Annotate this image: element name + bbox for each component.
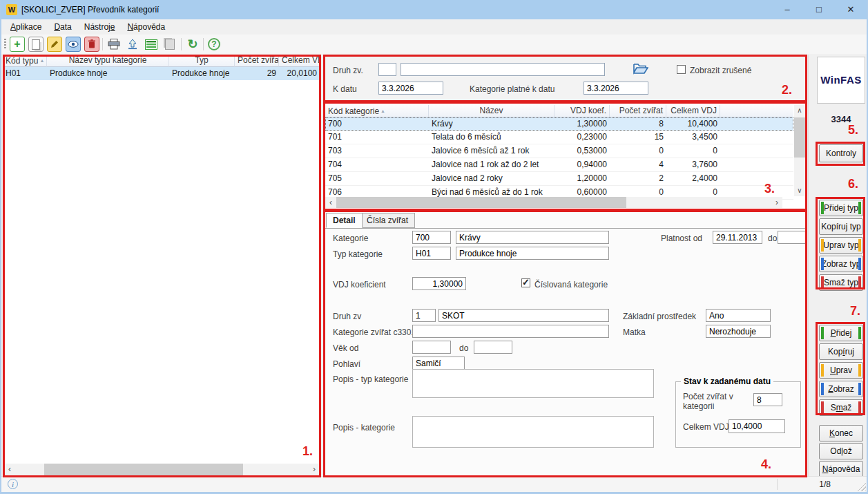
druh-name-input[interactable] [401, 63, 605, 76]
column-header-pocet-zvirat[interactable]: Počet zvířat [610, 105, 666, 117]
kategorie-code-input[interactable] [412, 231, 451, 244]
print-icon[interactable] [106, 37, 122, 52]
vdj-koeficient-input[interactable] [412, 277, 466, 290]
kontroly-button[interactable]: Kontroly [819, 144, 863, 162]
toolbar-grip [4, 39, 6, 50]
pridej-button[interactable]: Přidej [819, 325, 863, 341]
close-button[interactable]: ✕ [835, 0, 867, 19]
scroll-up-icon[interactable]: ∧ [794, 105, 805, 116]
menu-nastroje[interactable]: Nástroje [78, 20, 122, 34]
vek-od-input[interactable] [412, 341, 451, 354]
column-header-kod-kategorie[interactable]: Kód kategorie▲ [325, 105, 429, 117]
paste-icon[interactable] [162, 37, 177, 52]
menu-napoveda[interactable]: Nápověda [121, 20, 171, 34]
napoveda-button[interactable]: Nápověda [819, 461, 863, 477]
zobraz-typ-button[interactable]: Zobraz typ [819, 256, 863, 272]
table-row[interactable]: 701 Telata do 6 měsíců 0,23000 15 3,4500 [325, 131, 793, 144]
column-header-pocet-zvirat[interactable]: Počet zvířat [235, 55, 279, 67]
statusbar-separator [777, 479, 778, 490]
uprav-button[interactable]: Uprav [819, 362, 863, 379]
edit-icon[interactable] [47, 37, 62, 52]
vek-do-input[interactable] [474, 341, 512, 354]
table-row[interactable]: 700 Krávy 1,30000 8 10,4000 [325, 117, 793, 131]
kategorie-zvirat-input[interactable] [412, 325, 609, 338]
zakladni-prostredek-input[interactable] [706, 309, 771, 322]
scroll-right-icon[interactable]: › [771, 197, 782, 208]
k-datu-input[interactable] [378, 82, 443, 95]
druh-code-input[interactable] [378, 63, 396, 76]
table-row[interactable]: 703 Jalovice 6 měsíců až 1 rok 0,53000 0… [325, 144, 793, 158]
scrollbar-thumb[interactable] [336, 197, 626, 208]
zobrazit-zrusene-checkbox[interactable] [677, 65, 686, 74]
toolbar-separator [102, 38, 103, 50]
column-header-typ[interactable]: Typ [169, 55, 235, 67]
resize-grip[interactable] [857, 482, 866, 491]
table-row[interactable]: H01 Produkce hnoje Produkce hnoje 29 20,… [3, 67, 321, 80]
minimize-button[interactable]: – [771, 0, 803, 19]
scroll-left-icon[interactable]: ‹ [4, 464, 15, 475]
platnost-od-input[interactable] [713, 231, 762, 244]
menu-aplikace[interactable]: Aplikace [4, 20, 48, 34]
pohlavi-input[interactable] [412, 357, 465, 370]
horizontal-scrollbar[interactable]: ‹ › [4, 464, 320, 475]
kategorie-platne-input[interactable] [584, 82, 648, 95]
sort-asc-icon: ▲ [39, 58, 44, 63]
info-icon[interactable]: i [8, 479, 18, 489]
tab-cisla-zvirat[interactable]: Čísla zvířat [360, 213, 415, 228]
column-header-vdj-koef[interactable]: VDJ koef. [554, 105, 610, 117]
add-icon[interactable]: + [10, 37, 25, 52]
matka-label: Matka [623, 327, 646, 337]
help-icon[interactable]: ? [206, 37, 222, 52]
delete-icon[interactable] [84, 37, 99, 52]
scrollbar-thumb[interactable] [794, 117, 805, 158]
view-icon[interactable] [66, 37, 81, 52]
refresh-icon[interactable]: ↻ [185, 37, 200, 52]
odloz-button[interactable]: Odlož [819, 443, 863, 459]
typ-kategorie-code-input[interactable] [412, 247, 451, 260]
matka-input[interactable] [706, 325, 771, 338]
druh-zv-name-input[interactable] [438, 309, 609, 322]
menu-data[interactable]: Data [48, 20, 77, 34]
table-row[interactable]: 704 Jalovice nad 1 rok až do 2 let 0,940… [325, 158, 793, 172]
export-icon[interactable] [125, 37, 140, 52]
horizontal-scrollbar[interactable]: ‹ › [325, 197, 782, 208]
typ-kategorie-name-input[interactable] [456, 247, 609, 260]
list-icon[interactable] [144, 37, 159, 52]
platnost-do-input[interactable] [778, 231, 806, 244]
zobraz-button[interactable]: Zobraz [819, 381, 863, 397]
kopiruj-button[interactable]: Kopíruj [819, 343, 863, 360]
folder-open-icon[interactable] [633, 61, 648, 77]
druh-zv-code-input[interactable] [412, 309, 436, 322]
konec-button[interactable]: Konec [819, 425, 863, 441]
scroll-right-icon[interactable]: › [309, 464, 320, 475]
window-title: [SKOLICI_ZVER] Převodník kategorií [21, 5, 159, 15]
column-header-celkem-vdj[interactable]: Celkem VDJ [666, 105, 720, 117]
scroll-left-icon[interactable]: ‹ [325, 197, 336, 208]
column-header-kod-typu[interactable]: Kód typu▲ [3, 55, 47, 67]
uprav-typ-button[interactable]: Uprav typ [819, 237, 863, 254]
tab-detail[interactable]: Detail [326, 213, 363, 228]
copy-icon[interactable] [28, 37, 44, 52]
kopiruj-typ-button[interactable]: Kopíruj typ [819, 218, 863, 235]
column-header-celkem-vdj[interactable]: Celkem VDJ [279, 55, 320, 67]
popis-kategorie-textarea[interactable] [412, 416, 654, 448]
druh-zv-label: Druh zv [333, 312, 361, 321]
scrollbar-thumb[interactable] [44, 464, 243, 475]
pridej-typ-button[interactable]: Přidej typ [819, 200, 863, 216]
popis-typ-textarea[interactable] [412, 369, 654, 398]
celkem-vdj-input[interactable] [729, 419, 785, 433]
cislovana-kategorie-checkbox[interactable] [521, 278, 530, 287]
pocet-zvirat-input[interactable] [753, 393, 782, 406]
scroll-down-icon[interactable]: ∨ [794, 185, 805, 196]
table-row[interactable]: 705 Jalovice nad 2 roky 1,20000 2 2,4000 [325, 172, 793, 186]
smaz-button[interactable]: Smaž [819, 399, 863, 416]
vertical-scrollbar[interactable]: ∧ ∨ [794, 105, 805, 196]
menu-bar: Aplikace Data Nástroje Nápověda [1, 19, 867, 35]
maximize-button[interactable]: □ [803, 0, 835, 19]
vdj-koeficient-label: VDJ koeficient [333, 280, 386, 289]
smaz-typ-button[interactable]: Smaž typ [819, 274, 863, 291]
kategorie-name-input[interactable] [456, 231, 609, 244]
column-header-nazev-typu[interactable]: Název typu kategorie [47, 55, 169, 67]
column-header-nazev[interactable]: Název [429, 105, 554, 117]
accent-bar [821, 383, 824, 395]
